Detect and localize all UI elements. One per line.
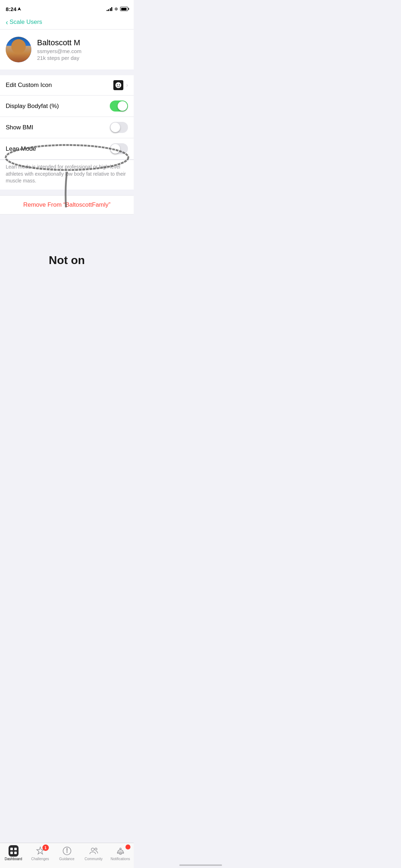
svg-point-2 [117, 84, 118, 86]
remove-button[interactable]: Remove From “BaltoscottFamly” [6, 201, 128, 208]
custom-icon-preview [113, 80, 123, 90]
not-on-label: Not on [0, 247, 134, 274]
edit-custom-icon-label: Edit Custom Icon [6, 82, 52, 89]
lean-mode-row: Lean Mode [0, 138, 134, 160]
chevron-right-icon: › [126, 82, 128, 88]
battery-icon [120, 7, 128, 11]
svg-point-3 [119, 84, 120, 86]
show-bmi-toggle[interactable] [110, 122, 128, 133]
back-button[interactable]: ‹ Scale Users [6, 19, 42, 26]
time-display: 8:24 [6, 6, 16, 12]
status-time: 8:24 [6, 6, 21, 12]
nav-bar: ‹ Scale Users [0, 16, 134, 30]
lean-mode-toggle[interactable] [110, 143, 128, 154]
avatar [6, 37, 31, 62]
profile-info: Baltoscott M ssmyers@me.com 21k steps pe… [37, 38, 128, 61]
lean-mode-desc-text: Lean mode is intended for professional o… [6, 164, 126, 184]
profile-name: Baltoscott M [37, 38, 128, 47]
back-label: Scale Users [10, 19, 42, 26]
lean-mode-label: Lean Mode [6, 145, 36, 153]
profile-steps: 21k steps per day [37, 55, 128, 61]
settings-group: Edit Custom Icon › Display Bodyfat (%) [0, 75, 134, 190]
display-bodyfat-toggle[interactable] [110, 100, 128, 112]
svg-marker-0 [17, 7, 21, 11]
remove-section: Remove From “BaltoscottFamly” [0, 195, 134, 215]
show-bmi-label: Show BMI [6, 124, 33, 131]
back-chevron-icon: ‹ [6, 19, 8, 26]
profile-section: Baltoscott M ssmyers@me.com 21k steps pe… [0, 30, 134, 69]
link-icon: ⊕ [114, 6, 118, 11]
lean-mode-description: Lean mode is intended for professional o… [0, 160, 134, 190]
profile-email: ssmyers@me.com [37, 48, 128, 54]
status-bar: 8:24 ⊕ [0, 0, 134, 16]
show-bmi-row: Show BMI [0, 117, 134, 138]
annotation-area: Not on [0, 215, 134, 317]
location-icon [17, 7, 21, 11]
display-bodyfat-row: Display Bodyfat (%) [0, 95, 134, 117]
display-bodyfat-label: Display Bodyfat (%) [6, 103, 59, 110]
edit-custom-icon-row[interactable]: Edit Custom Icon › [0, 75, 134, 95]
status-icons: ⊕ [107, 6, 128, 11]
signal-bars [107, 7, 113, 11]
main-content: 8:24 ⊕ ‹ Scale Users Baltoscott M [0, 0, 134, 349]
ghost-icon [115, 82, 122, 89]
svg-point-1 [115, 82, 121, 88]
edit-custom-icon-right: › [113, 80, 128, 90]
